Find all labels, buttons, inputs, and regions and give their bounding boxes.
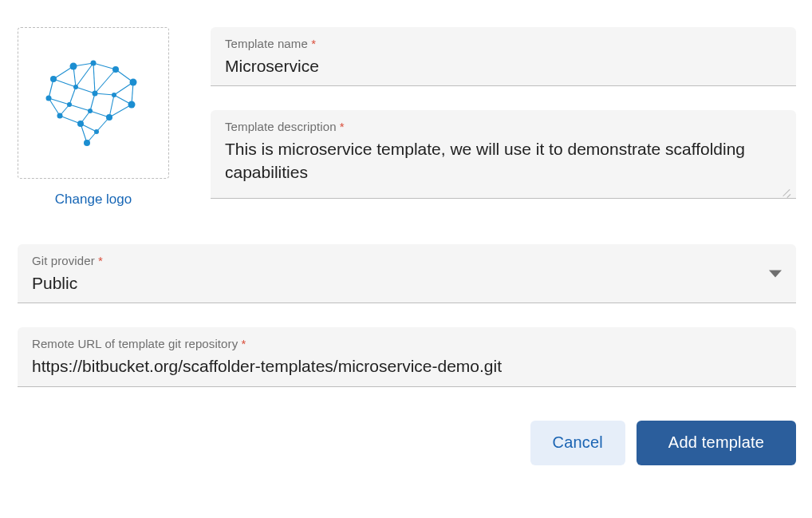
svg-line-12 xyxy=(53,79,76,87)
change-logo-button[interactable]: Change logo xyxy=(55,192,132,208)
logo-block: Change logo xyxy=(18,27,169,208)
svg-point-44 xyxy=(112,93,116,97)
cancel-button[interactable]: Cancel xyxy=(530,421,625,465)
template-name-input[interactable] xyxy=(225,55,782,77)
chevron-down-icon xyxy=(769,270,782,277)
svg-line-10 xyxy=(109,105,132,117)
template-description-label: Template description * xyxy=(225,120,782,133)
svg-point-43 xyxy=(93,91,98,97)
svg-line-16 xyxy=(95,93,114,95)
svg-point-39 xyxy=(94,129,99,134)
svg-line-13 xyxy=(76,63,93,87)
brain-network-icon xyxy=(37,55,149,151)
svg-point-36 xyxy=(57,113,63,119)
svg-point-34 xyxy=(130,79,137,86)
template-description-field[interactable]: Template description * This is microserv… xyxy=(211,110,796,199)
svg-point-31 xyxy=(70,63,77,70)
svg-point-45 xyxy=(67,102,72,107)
svg-point-42 xyxy=(73,85,78,89)
template-name-field[interactable]: Template name * xyxy=(211,27,796,86)
svg-point-40 xyxy=(106,114,112,121)
template-description-input[interactable]: This is microservice template, we will u… xyxy=(225,138,782,188)
svg-point-46 xyxy=(88,109,93,113)
logo-dropzone[interactable] xyxy=(18,27,169,179)
template-name-label: Template name * xyxy=(225,37,782,50)
svg-point-37 xyxy=(77,121,84,127)
git-provider-field[interactable]: Git provider * Public xyxy=(18,244,796,303)
svg-line-22 xyxy=(69,105,90,111)
git-provider-value: Public xyxy=(32,272,782,295)
svg-point-33 xyxy=(112,66,119,73)
resize-handle-icon[interactable] xyxy=(778,185,790,196)
svg-point-38 xyxy=(84,140,90,146)
form-actions: Cancel Add template xyxy=(18,421,796,465)
svg-line-26 xyxy=(109,95,114,117)
svg-line-14 xyxy=(76,87,95,93)
git-provider-label: Git provider * xyxy=(32,254,782,267)
svg-line-2 xyxy=(93,63,116,69)
add-template-button[interactable]: Add template xyxy=(637,421,796,465)
svg-line-19 xyxy=(69,87,76,105)
svg-point-35 xyxy=(46,96,52,101)
svg-line-28 xyxy=(93,63,95,93)
remote-url-input[interactable] xyxy=(32,355,782,378)
svg-point-30 xyxy=(50,76,57,82)
svg-point-41 xyxy=(128,101,136,109)
svg-line-6 xyxy=(60,116,81,124)
svg-line-15 xyxy=(95,69,116,93)
remote-url-field[interactable]: Remote URL of template git repository * xyxy=(18,327,796,386)
remote-url-label: Remote URL of template git repository * xyxy=(32,337,782,350)
svg-point-32 xyxy=(91,61,97,66)
